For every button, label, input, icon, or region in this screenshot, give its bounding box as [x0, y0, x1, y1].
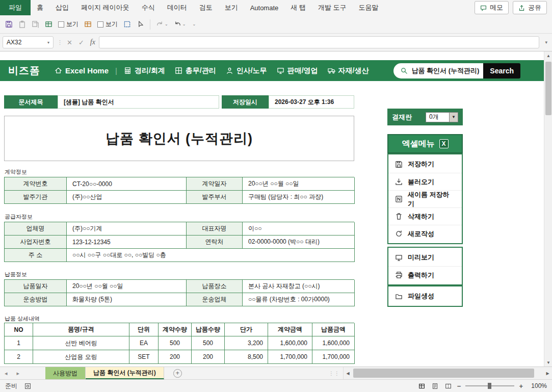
scroll-right-icon[interactable]: ▶	[543, 371, 552, 376]
horizontal-scrollbar-thumb[interactable]	[353, 369, 534, 378]
bizform-logo[interactable]: 비즈폼	[8, 64, 40, 77]
sheet-tab-resize-handle[interactable]: ⋮⋮	[326, 367, 343, 379]
biz-no-value[interactable]: 123-12-12345	[67, 236, 187, 249]
formula-bar-expand-icon[interactable]: ▾	[543, 40, 549, 45]
sheet-view-orange-icon[interactable]	[84, 20, 92, 28]
contract-date-value[interactable]: 20○○년 ○○월 ○○일	[243, 177, 355, 191]
row1-contract-qty[interactable]: 500	[159, 336, 192, 350]
view-page-layout-icon[interactable]	[431, 383, 439, 389]
excel-home-link[interactable]: Excel Home	[55, 66, 109, 75]
zoom-out-icon[interactable]: −	[457, 382, 461, 390]
row2-unit[interactable]: SET	[129, 350, 159, 364]
doc-title-value[interactable]: [샘플] 납품 확인서	[58, 95, 219, 109]
tab-view[interactable]: 보기	[219, 0, 244, 15]
tab-home[interactable]: 홈	[31, 0, 49, 15]
ceo-value[interactable]: 이○○	[243, 222, 355, 236]
nav-accounting[interactable]: 경리/회계	[124, 66, 165, 75]
zoom-slider-thumb[interactable]	[488, 383, 491, 389]
menu-save-as[interactable]: 새이름 저장하기	[388, 190, 462, 207]
tab-file[interactable]: 파일	[0, 0, 31, 15]
scroll-down-icon[interactable]: ▼	[544, 358, 552, 367]
row2-no[interactable]: 2	[5, 350, 33, 364]
company-value[interactable]: (주)○○기계	[67, 222, 187, 236]
cursor-icon[interactable]	[137, 20, 144, 28]
row1-unit[interactable]: EA	[129, 336, 159, 350]
menu-load[interactable]: 불러오기	[388, 173, 462, 190]
checkbox-icon[interactable]	[97, 21, 103, 28]
scroll-left-icon[interactable]: ◀	[344, 371, 352, 376]
insert-function-icon[interactable]: fx	[90, 38, 95, 46]
nav-hr[interactable]: 인사/노무	[226, 66, 267, 75]
share-button[interactable]: 공유	[513, 1, 547, 14]
contract-no-value[interactable]: CT-20○○-0000	[67, 177, 187, 191]
worksheet-area[interactable]: 비즈폼 Excel Home | 경리/회계 총무/관리 인사/노무 판매/영업	[0, 51, 544, 367]
row2-contract-qty[interactable]: 200	[159, 350, 192, 364]
search-input[interactable]: 납품 확인서 (누적관리)	[393, 63, 483, 79]
delivery-place-value[interactable]: 본사 공사 자재창고 (○○시)	[243, 280, 355, 293]
row2-item[interactable]: 산업용 오링	[33, 350, 129, 364]
vertical-scrollbar[interactable]: ▲ ▼	[544, 51, 552, 367]
sheet-tab-usage[interactable]: 사용방법	[45, 367, 86, 379]
approval-count-dropdown[interactable]: 0개 ▼	[426, 112, 458, 122]
row2-delivery-amount[interactable]: 1,700,000	[312, 350, 355, 364]
dropdown-arrow-icon[interactable]: ▼	[449, 113, 458, 122]
view-toggle-1[interactable]: 보기	[58, 20, 78, 29]
macro-record-icon[interactable]	[24, 383, 31, 389]
menu-create-file[interactable]: 파일생성	[388, 288, 462, 305]
search-button[interactable]: Search	[483, 63, 520, 79]
vertical-scrollbar-thumb[interactable]	[545, 62, 551, 115]
tab-review[interactable]: 검토	[193, 0, 219, 15]
tab-developer[interactable]: 개발 도구	[312, 0, 353, 15]
paste-icon[interactable]	[18, 20, 26, 28]
tab-insert[interactable]: 삽입	[49, 0, 75, 15]
menu-print[interactable]: 출력하기	[388, 266, 462, 283]
view-toggle-2[interactable]: 보기	[97, 20, 118, 29]
nav-sales[interactable]: 판매/영업	[277, 66, 318, 75]
order-dept-value[interactable]: 구매팀 (담당자 : 최○○ 과장)	[243, 191, 355, 204]
transport-method-value[interactable]: 화물차량 (5톤)	[67, 293, 187, 306]
memo-button[interactable]: 메모	[475, 1, 509, 14]
orderer-value[interactable]: (주)○○산업	[67, 191, 187, 204]
menu-delete[interactable]: 삭제하기	[388, 207, 462, 225]
view-normal-icon[interactable]	[417, 383, 426, 389]
address-value[interactable]: ○○시 ○○구 ○○대로 ○○, ○○빌딩 ○층	[67, 249, 355, 262]
scroll-up-icon[interactable]: ▲	[544, 51, 552, 60]
enter-icon[interactable]: ✓	[78, 39, 84, 46]
zoom-slider[interactable]	[465, 385, 514, 386]
nav-admin[interactable]: 총무/관리	[175, 66, 216, 75]
add-sheet-button[interactable]: +	[173, 367, 182, 379]
tab-formulas[interactable]: 수식	[136, 0, 161, 15]
row1-unit-price[interactable]: 3,200	[225, 336, 268, 350]
zoom-level[interactable]: 100%	[528, 382, 547, 389]
horizontal-scrollbar-track[interactable]	[352, 367, 543, 379]
undo-icon[interactable]: ⌄	[174, 20, 186, 28]
selection-icon[interactable]	[123, 20, 131, 28]
menu-save[interactable]: 저장하기	[388, 155, 462, 173]
copy-icon[interactable]	[32, 20, 39, 28]
transport-company-value[interactable]: ○○물류 (차량번호 : 00가0000)	[243, 293, 355, 306]
name-box[interactable]: AX32 ▾	[3, 36, 54, 48]
delivery-date-value[interactable]: 20○○년 ○○월 ○○일	[67, 280, 187, 293]
row2-delivery-qty[interactable]: 200	[192, 350, 225, 364]
row1-no[interactable]: 1	[5, 336, 33, 350]
toolbar-overflow-icon[interactable]: ⌄	[191, 22, 196, 27]
tab-new-tab[interactable]: 새 탭	[284, 0, 312, 15]
cancel-icon[interactable]: ✕	[67, 39, 72, 46]
nav-production[interactable]: 자재/생산	[328, 66, 369, 75]
row2-contract-amount[interactable]: 1,700,000	[268, 350, 312, 364]
sheet-nav-left-icon[interactable]: ◂	[0, 367, 12, 379]
checkbox-icon[interactable]	[58, 21, 64, 28]
tab-page-layout[interactable]: 페이지 레이아웃	[75, 0, 136, 15]
sheet-tab-active[interactable]: 납품 확인서 (누적관리)	[86, 367, 164, 379]
tab-automate[interactable]: Automate	[244, 0, 285, 15]
saved-at-value[interactable]: 2026-03-27 오후 1:36	[269, 95, 354, 109]
redo-icon[interactable]: ⌄	[156, 20, 168, 28]
contact-value[interactable]: 02-0000-0000 (박○○ 대리)	[243, 236, 355, 249]
view-page-break-icon[interactable]	[444, 383, 453, 389]
menu-preview[interactable]: 미리보기	[388, 249, 462, 266]
tab-data[interactable]: 데이터	[161, 0, 193, 15]
menu-new[interactable]: 새로작성	[388, 225, 462, 242]
row2-unit-price[interactable]: 8,500	[225, 350, 268, 364]
row1-delivery-amount[interactable]: 1,600,000	[312, 336, 355, 350]
row1-delivery-qty[interactable]: 500	[192, 336, 225, 350]
